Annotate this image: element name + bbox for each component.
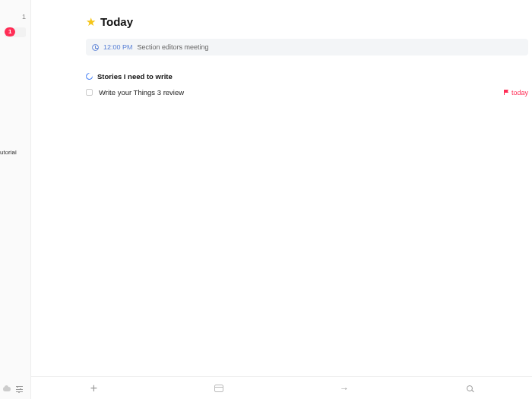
event-time: 12:00 PM [103,43,133,51]
sidebar-top: 1 1 [0,0,30,38]
search-button[interactable] [407,385,532,391]
flag-icon [504,90,509,95]
task-title: Write your Things 3 review [99,88,504,97]
star-icon: ★ [86,16,96,27]
event-name: Section editors meeting [138,43,209,51]
sidebar-count-row[interactable]: 1 [0,11,30,23]
sidebar: 1 1 utorial [0,0,31,399]
bottom-toolbar: + → [31,376,532,399]
cloud-sync-icon[interactable] [3,385,11,393]
main-content: ★ Today 12:00 PM Section editors meeting… [31,0,532,399]
sidebar-badge-bar: 1 [5,27,26,37]
calendar-event[interactable]: 12:00 PM Section editors meeting [86,39,528,55]
task-checkbox[interactable] [86,89,93,96]
arrow-right-icon: → [340,383,349,394]
settings-sliders-icon[interactable] [15,385,23,393]
app-root: 1 1 utorial ★ Today 12:00 PM Section edi… [0,0,532,399]
search-icon [467,385,473,391]
task-row[interactable]: Write your Things 3 review today [86,88,528,97]
move-button[interactable]: → [282,383,407,394]
clock-icon [92,44,99,51]
section-header[interactable]: Stories I need to write [86,72,532,81]
new-task-button[interactable]: + [31,382,157,395]
sidebar-badge-row[interactable]: 1 [0,26,30,38]
section-title: Stories I need to write [97,72,173,81]
project-icon [86,73,93,80]
title-row: ★ Today [86,15,532,28]
page-title: Today [100,15,133,28]
sidebar-bottom [0,385,30,393]
plus-icon: + [90,382,97,395]
deadline-label: today [511,89,528,97]
calendar-icon [214,385,223,392]
today-badge: 1 [5,27,15,36]
task-deadline: today [504,89,528,97]
sidebar-count: 1 [22,13,26,21]
calendar-button[interactable] [157,385,282,392]
sidebar-project-label[interactable]: utorial [0,149,17,156]
